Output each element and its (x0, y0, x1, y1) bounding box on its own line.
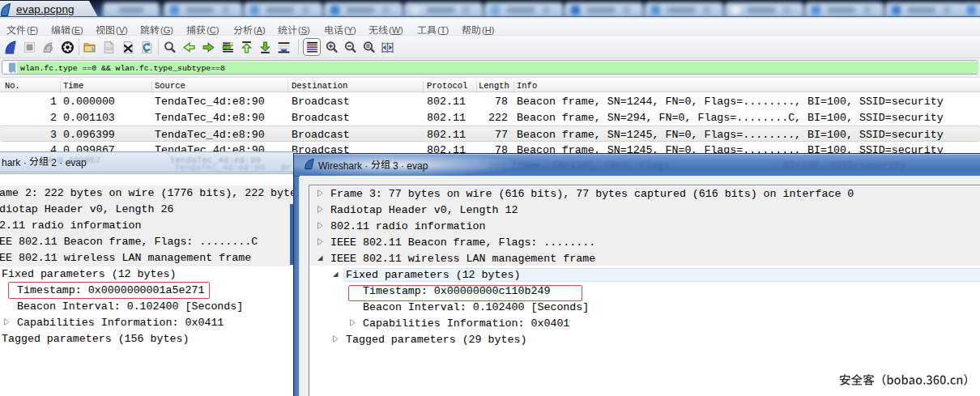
svg-text:010: 010 (105, 46, 113, 50)
